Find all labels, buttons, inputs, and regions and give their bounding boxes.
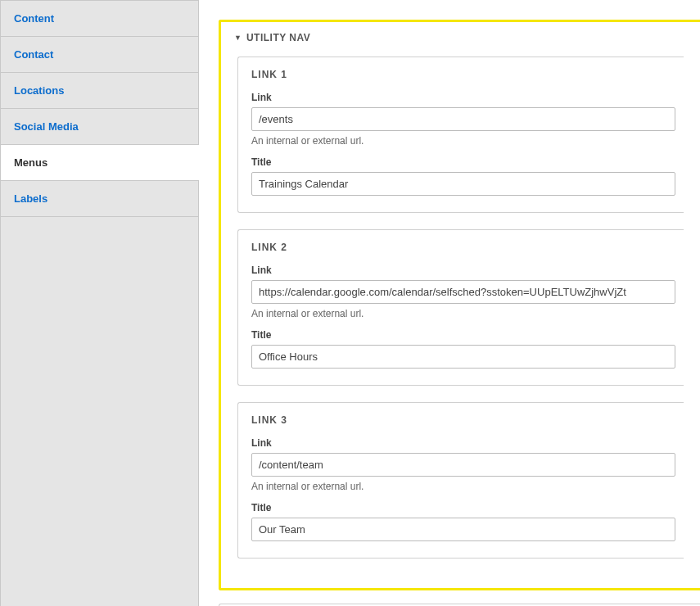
sidebar-item-label: Labels — [14, 192, 47, 205]
link-group-2: LINK 2 Link An internal or external url.… — [237, 229, 684, 386]
link-url-label: Link — [251, 437, 675, 449]
link-group-1: LINK 1 Link An internal or external url.… — [237, 57, 684, 213]
sidebar-item-labels[interactable]: Labels — [1, 181, 199, 217]
utility-nav-title: UTILITY NAV — [246, 32, 310, 43]
sidebar: Content Contact Locations Social Media M… — [0, 0, 199, 606]
sidebar-item-content[interactable]: Content — [1, 0, 199, 37]
link-url-label: Link — [251, 92, 675, 103]
main-content: ▼ UTILITY NAV LINK 1 Link An internal or… — [199, 0, 700, 606]
link-title-input-2[interactable] — [251, 345, 675, 369]
sidebar-item-label: Contact — [14, 48, 53, 61]
sidebar-item-menus[interactable]: Menus — [1, 145, 199, 181]
disclosure-down-icon: ▼ — [234, 34, 242, 42]
sidebar-item-contact[interactable]: Contact — [1, 37, 199, 73]
link-title-input-1[interactable] — [251, 172, 675, 196]
link-url-help: An internal or external url. — [251, 481, 675, 492]
link-url-help: An internal or external url. — [251, 135, 675, 147]
sidebar-item-locations[interactable]: Locations — [1, 73, 199, 109]
link-title-label: Title — [251, 156, 675, 168]
link-group-heading: LINK 2 — [251, 242, 675, 253]
link-group-3: LINK 3 Link An internal or external url.… — [237, 402, 684, 559]
link-title-input-3[interactable] — [251, 518, 675, 541]
link-group-heading: LINK 1 — [251, 69, 675, 80]
link-group-heading: LINK 3 — [251, 414, 675, 426]
link-url-help: An internal or external url. — [251, 308, 675, 319]
sidebar-item-label: Content — [14, 12, 54, 25]
link-title-label: Title — [251, 329, 675, 341]
sidebar-fill — [1, 217, 199, 606]
utility-nav-panel: ▼ UTILITY NAV LINK 1 Link An internal or… — [219, 20, 700, 590]
link-url-input-3[interactable] — [251, 453, 675, 477]
sidebar-item-label: Menus — [14, 156, 47, 169]
utility-nav-header[interactable]: ▼ UTILITY NAV — [221, 22, 700, 53]
utility-nav-body: LINK 1 Link An internal or external url.… — [221, 53, 700, 588]
link-url-input-1[interactable] — [251, 107, 675, 131]
link-url-input-2[interactable] — [251, 280, 675, 304]
link-url-label: Link — [251, 265, 675, 276]
link-title-label: Title — [251, 502, 675, 513]
sidebar-item-label: Social Media — [14, 120, 79, 133]
sidebar-item-label: Locations — [14, 84, 64, 97]
sidebar-item-social-media[interactable]: Social Media — [1, 109, 199, 145]
